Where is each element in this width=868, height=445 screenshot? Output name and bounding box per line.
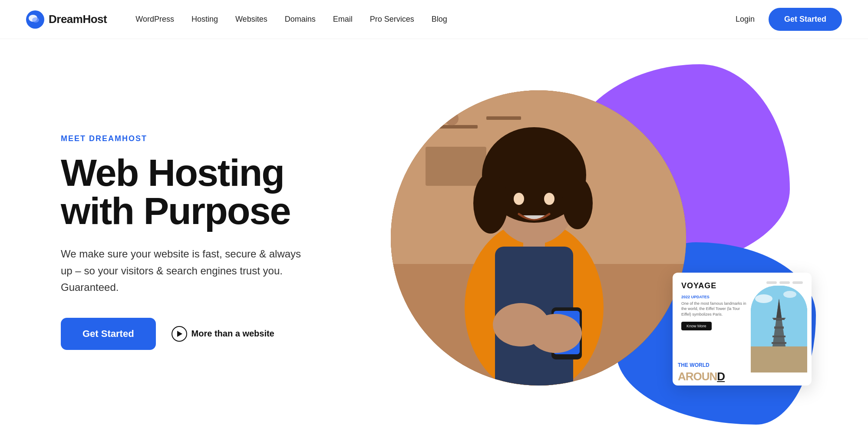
dreamhost-logo-icon: [26, 10, 44, 29]
svg-rect-9: [426, 147, 486, 186]
svg-point-7: [445, 112, 459, 125]
play-triangle: [177, 331, 182, 337]
hero-section: MEET DREAMHOST Web Hosting with Purpose …: [0, 39, 868, 445]
hero-title-line2: with Purpose: [61, 189, 290, 232]
svg-rect-32: [772, 342, 786, 344]
svg-rect-5: [426, 125, 478, 129]
nav-right: Login Get Started: [729, 8, 842, 31]
voyage-nav-dot-2: [779, 281, 790, 284]
hero-title: Web Hosting with Purpose: [61, 154, 365, 230]
hero-visual: VOYAGE 2022 UPDATES One of the most famo…: [365, 73, 825, 412]
svg-point-24: [755, 294, 772, 303]
svg-rect-31: [772, 336, 785, 337]
voyage-card-title: VOYAGE: [681, 281, 716, 290]
more-than-website-button[interactable]: More than a website: [172, 326, 274, 342]
svg-point-16: [562, 177, 593, 229]
hero-eyebrow: MEET DREAMHOST: [61, 134, 365, 143]
nav-item-email[interactable]: Email: [326, 11, 360, 27]
voyage-know-more-button[interactable]: Know More: [681, 322, 712, 330]
hero-content: MEET DREAMHOST Web Hosting with Purpose …: [61, 134, 365, 349]
eiffel-tower-svg: [751, 286, 807, 372]
nav-item-wordpress[interactable]: WordPress: [129, 11, 181, 27]
voyage-nav-dot-3: [792, 281, 803, 284]
shop-items-svg: [391, 90, 686, 386]
more-than-website-label: More than a website: [191, 329, 274, 339]
voyage-card: VOYAGE 2022 UPDATES One of the most famo…: [673, 273, 812, 386]
get-started-hero-button[interactable]: Get Started: [61, 318, 156, 350]
get-started-nav-button[interactable]: Get Started: [769, 8, 842, 31]
nav-item-blog[interactable]: Blog: [425, 11, 454, 27]
nav-item-pro-services[interactable]: Pro Services: [363, 11, 421, 27]
svg-point-8: [433, 109, 444, 119]
svg-point-22: [530, 314, 582, 353]
voyage-update-label: 2022 UPDATES: [681, 295, 751, 299]
brand-name: DreamHost: [49, 13, 107, 26]
nav-links: WordPress Hosting Websites Domains Email…: [129, 11, 729, 27]
logo[interactable]: DreamHost: [26, 10, 107, 29]
voyage-card-nav: [766, 281, 803, 284]
svg-point-15: [473, 173, 508, 234]
play-icon: [172, 326, 187, 342]
hero-actions: Get Started More than a website: [61, 318, 365, 350]
voyage-world-text: THE WORLD: [678, 362, 710, 368]
svg-rect-26: [751, 346, 807, 372]
svg-point-25: [783, 291, 796, 298]
svg-rect-6: [486, 116, 521, 120]
hero-title-line1: Web Hosting: [61, 151, 284, 194]
nav-item-hosting[interactable]: Hosting: [185, 11, 225, 27]
hero-person-photo: [391, 90, 686, 386]
navbar: DreamHost WordPress Hosting Websites Dom…: [0, 0, 868, 39]
svg-point-2: [32, 17, 39, 23]
nav-item-domains[interactable]: Domains: [278, 11, 323, 27]
hero-subtitle: We make sure your website is fast, secur…: [61, 246, 313, 296]
voyage-around-text: AROUND: [678, 370, 725, 383]
svg-point-18: [544, 193, 554, 205]
svg-point-17: [514, 193, 524, 205]
voyage-image: [751, 286, 807, 372]
voyage-nav-dot-1: [766, 281, 777, 284]
login-link[interactable]: Login: [729, 11, 762, 27]
nav-item-websites[interactable]: Websites: [228, 11, 274, 27]
voyage-description: One of the most famous landmarks in the …: [681, 301, 751, 317]
